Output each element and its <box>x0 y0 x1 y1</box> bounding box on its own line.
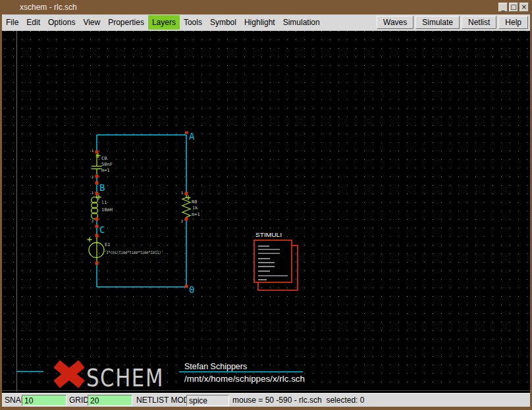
net-labels: A B C 0 <box>95 131 196 295</box>
net-label-a[interactable]: A <box>189 131 195 141</box>
stimuli-block[interactable]: STIMULI <box>254 232 298 290</box>
menu-file[interactable]: File <box>2 15 22 30</box>
title-block[interactable]: SCHEM Stefan Schippers /mnt/x/home/schip… <box>16 362 305 392</box>
component-value[interactable]: 10mH <box>101 207 113 213</box>
component-value[interactable]: 1k <box>192 205 198 211</box>
pin-terminal[interactable] <box>95 262 99 265</box>
mouse-status-text: mouse = 50 -590 - rlc.sch selected: 0 <box>232 396 364 405</box>
label-pin[interactable] <box>185 132 188 134</box>
menu-simulation[interactable]: Simulation <box>279 15 324 30</box>
pin-number: 1 <box>92 191 93 195</box>
menubar: File Edit Options View Properties Layers… <box>2 14 530 30</box>
xschem-window: xschem - rlc.sch _ □ × File Edit Options… <box>0 0 532 410</box>
pin-number: 2 <box>181 219 183 223</box>
pin-number: 2 <box>92 219 93 223</box>
menu-view[interactable]: View <box>79 15 104 30</box>
statusbar: SNAP: GRID: NETLIST MODE: mouse = 50 -59… <box>2 393 530 407</box>
net-label-c[interactable]: C <box>99 224 105 235</box>
label-pin[interactable] <box>95 225 99 228</box>
pin-terminal[interactable] <box>95 234 99 238</box>
xschem-logo-x-icon[interactable] <box>57 364 82 384</box>
component-ref[interactable]: C0 <box>101 156 107 161</box>
minimize-button[interactable]: _ <box>498 3 508 12</box>
resistor-r0[interactable]: 1 2 R0 1k m=1 <box>181 191 200 223</box>
titlebar[interactable]: xschem - rlc.sch _ □ × <box>0 0 532 14</box>
capacitor-c0[interactable]: 1 2 C0 50nF m=1 <box>92 149 113 179</box>
maximize-icon: □ <box>510 3 516 11</box>
help-button[interactable]: Help <box>498 16 528 29</box>
close-button[interactable]: × <box>519 3 529 12</box>
pin-terminal[interactable] <box>95 175 99 178</box>
waves-button[interactable]: Waves <box>377 16 413 29</box>
menu-tools[interactable]: Tools <box>180 15 206 30</box>
grid-input[interactable] <box>88 395 132 406</box>
pin-terminal[interactable] <box>185 218 188 221</box>
source-e1[interactable]: E1 '3*cos(time*time*time*1e11)' <box>88 234 164 265</box>
component-mult[interactable]: m=1 <box>101 168 110 173</box>
label-pin[interactable] <box>185 285 188 288</box>
author-name[interactable]: Stefan Schippers <box>184 362 247 371</box>
simulate-button[interactable]: Simulate <box>415 16 460 29</box>
schematic-file-path[interactable]: /mnt/x/home/schippes/x/rlc.sch <box>184 374 305 384</box>
pin-number: 1 <box>181 191 183 195</box>
window-controls: _ □ × <box>498 3 529 12</box>
window-border-bottom <box>0 407 532 410</box>
pin-terminal[interactable] <box>95 151 99 154</box>
component-mult[interactable]: m=1 <box>192 212 200 217</box>
menu-options[interactable]: Options <box>44 15 79 30</box>
xschem-logo-text[interactable]: SCHEM <box>86 364 164 392</box>
menu-properties[interactable]: Properties <box>104 15 148 30</box>
stimuli-label[interactable]: STIMULI <box>255 232 282 238</box>
netlist-button[interactable]: Netlist <box>462 16 496 29</box>
component-ref[interactable]: R0 <box>192 199 197 205</box>
net-label-gnd[interactable]: 0 <box>189 284 194 295</box>
window-title: xschem - rlc.sch <box>20 0 77 14</box>
menu-edit[interactable]: Edit <box>22 15 44 30</box>
close-icon: × <box>521 3 527 11</box>
plus-polarity-icon <box>88 238 92 242</box>
pin-terminal[interactable] <box>185 192 188 195</box>
pin-terminal[interactable] <box>95 218 99 221</box>
net-label-b[interactable]: B <box>99 182 105 193</box>
menu-highlight[interactable]: Highlight <box>240 15 279 30</box>
snap-input[interactable] <box>22 395 66 406</box>
label-pin[interactable] <box>95 182 99 185</box>
component-value[interactable]: 50nF <box>101 162 113 167</box>
menu-symbol[interactable]: Symbol <box>206 15 240 30</box>
pin-number: 2 <box>92 175 93 179</box>
minimize-icon: _ <box>502 3 505 11</box>
component-ref[interactable]: l1 <box>101 200 107 205</box>
pin-number: 1 <box>92 149 93 153</box>
maximize-button[interactable]: □ <box>509 3 518 12</box>
component-ref[interactable]: E1 <box>105 242 110 247</box>
resistor-zigzag[interactable] <box>182 195 190 219</box>
schematic-drawing: 1 2 C0 50nF m=1 1 2 <box>2 31 530 394</box>
pin-terminal[interactable] <box>95 192 99 195</box>
netlist-mode-input[interactable] <box>186 395 229 406</box>
menu-layers[interactable]: Layers <box>148 15 180 30</box>
inductor-l1[interactable]: 1 2 l1 10mH <box>92 191 113 223</box>
schematic-canvas[interactable]: 1 2 C0 50nF m=1 1 2 <box>2 30 530 393</box>
component-value[interactable]: '3*cos(time*time*time*1e11)' <box>104 250 163 255</box>
